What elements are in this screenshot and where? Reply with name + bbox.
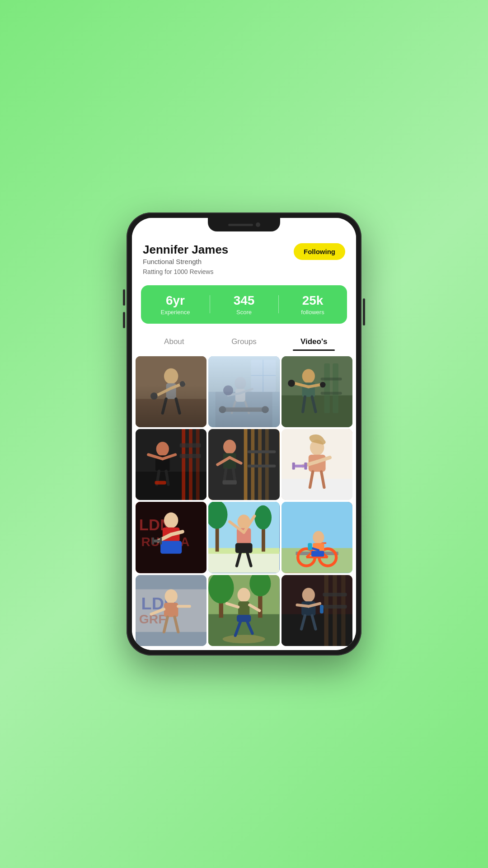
svg-rect-78: [304, 462, 307, 470]
svg-rect-31: [320, 392, 342, 394]
svg-point-39: [320, 382, 326, 387]
video-thumb-7[interactable]: LDN RUSSIA: [136, 502, 206, 573]
svg-rect-76: [294, 465, 305, 467]
video-thumb-11[interactable]: [208, 575, 279, 646]
svg-point-83: [164, 513, 178, 528]
profile-info: Jennifer James Functional Strength Ratti…: [143, 243, 228, 275]
following-button[interactable]: Following: [294, 243, 345, 260]
video-thumb-4[interactable]: [136, 429, 206, 500]
svg-rect-90: [160, 538, 162, 545]
svg-rect-53: [155, 481, 166, 485]
svg-rect-85: [160, 541, 182, 554]
tab-groups[interactable]: Groups: [209, 333, 279, 351]
svg-point-8: [150, 392, 158, 400]
svg-rect-158: [320, 605, 324, 613]
svg-line-6: [163, 399, 166, 413]
svg-rect-118: [311, 551, 324, 557]
power-button[interactable]: [363, 298, 365, 326]
video-thumb-8[interactable]: [208, 502, 279, 573]
svg-rect-43: [189, 429, 192, 500]
svg-point-116: [313, 531, 324, 544]
svg-point-9: [180, 381, 186, 387]
followers-label: followers: [278, 309, 347, 316]
svg-point-47: [156, 442, 169, 456]
stat-score: 345 Score: [210, 293, 278, 316]
svg-line-18: [228, 393, 240, 395]
svg-rect-46: [180, 454, 201, 458]
svg-rect-11: [208, 356, 279, 392]
vol-down-button[interactable]: [123, 312, 125, 328]
svg-rect-44: [196, 429, 200, 500]
svg-rect-60: [248, 465, 276, 467]
video-thumb-5[interactable]: [208, 429, 279, 500]
svg-rect-67: [223, 480, 237, 484]
stat-followers: 25k followers: [278, 293, 347, 316]
svg-line-21: [245, 401, 249, 413]
svg-rect-22: [219, 407, 269, 411]
video-thumb-3[interactable]: [282, 356, 352, 427]
svg-point-152: [302, 588, 314, 602]
video-thumb-12[interactable]: [282, 575, 352, 646]
score-label: Score: [210, 309, 278, 316]
stat-experience: 6yr Experience: [141, 293, 210, 316]
svg-rect-0: [136, 356, 206, 427]
svg-rect-59: [248, 450, 276, 453]
svg-line-154: [297, 605, 308, 606]
profile-specialty: Functional Strength: [143, 258, 228, 265]
score-value: 345: [210, 293, 278, 308]
svg-line-7: [176, 399, 180, 413]
svg-rect-3: [166, 383, 176, 399]
tabs: About Groups Video's: [132, 331, 356, 351]
svg-rect-92: [208, 552, 279, 573]
svg-line-20: [232, 401, 235, 413]
video-thumb-10[interactable]: LDN GRF: [136, 575, 206, 646]
svg-point-38: [288, 380, 295, 387]
screen-content[interactable]: Jennifer James Functional Strength Ratti…: [132, 218, 356, 650]
svg-rect-120: [308, 543, 312, 551]
experience-value: 6yr: [141, 293, 210, 308]
svg-rect-153: [301, 601, 315, 615]
svg-line-5: [171, 383, 184, 388]
camera: [256, 222, 260, 227]
notch: [208, 218, 280, 231]
experience-label: Experience: [141, 309, 210, 316]
svg-rect-88: [153, 540, 160, 542]
profile-rating: Ratting for 1000 Reviews: [143, 268, 228, 275]
svg-rect-148: [333, 575, 337, 646]
svg-rect-42: [182, 429, 185, 500]
svg-rect-140: [237, 615, 251, 622]
svg-rect-45: [180, 443, 201, 447]
svg-rect-139: [238, 601, 249, 615]
video-thumb-1[interactable]: [136, 356, 206, 427]
vol-up-button[interactable]: [123, 289, 125, 306]
video-grid: LDN RUSSIA: [132, 356, 356, 650]
tab-about[interactable]: About: [139, 333, 209, 351]
svg-rect-13: [251, 359, 276, 392]
svg-point-97: [255, 505, 272, 529]
video-thumb-2[interactable]: [208, 356, 279, 427]
svg-rect-151: [323, 605, 347, 609]
svg-rect-69: [282, 479, 352, 500]
phone-screen: Jennifer James Functional Strength Ratti…: [132, 218, 356, 650]
svg-rect-1: [136, 399, 206, 427]
tab-videos[interactable]: Video's: [279, 333, 349, 351]
svg-point-125: [165, 589, 178, 603]
svg-rect-27: [282, 395, 352, 427]
profile-header: Jennifer James Functional Strength Ratti…: [132, 236, 356, 281]
speaker: [228, 224, 253, 226]
svg-rect-10: [208, 356, 279, 427]
svg-rect-29: [333, 363, 338, 413]
svg-rect-30: [320, 377, 342, 380]
followers-value: 25k: [278, 293, 347, 308]
svg-point-25: [223, 385, 233, 395]
phone-frame: Jennifer James Functional Strength Ratti…: [127, 212, 361, 656]
svg-point-137: [223, 635, 265, 643]
svg-rect-28: [324, 363, 330, 413]
svg-line-4: [157, 388, 171, 395]
svg-line-19: [240, 389, 253, 393]
svg-point-32: [302, 369, 314, 383]
video-thumb-6[interactable]: [282, 429, 352, 500]
svg-rect-12: [216, 392, 272, 427]
video-thumb-9[interactable]: [282, 502, 352, 573]
svg-point-61: [223, 440, 236, 454]
